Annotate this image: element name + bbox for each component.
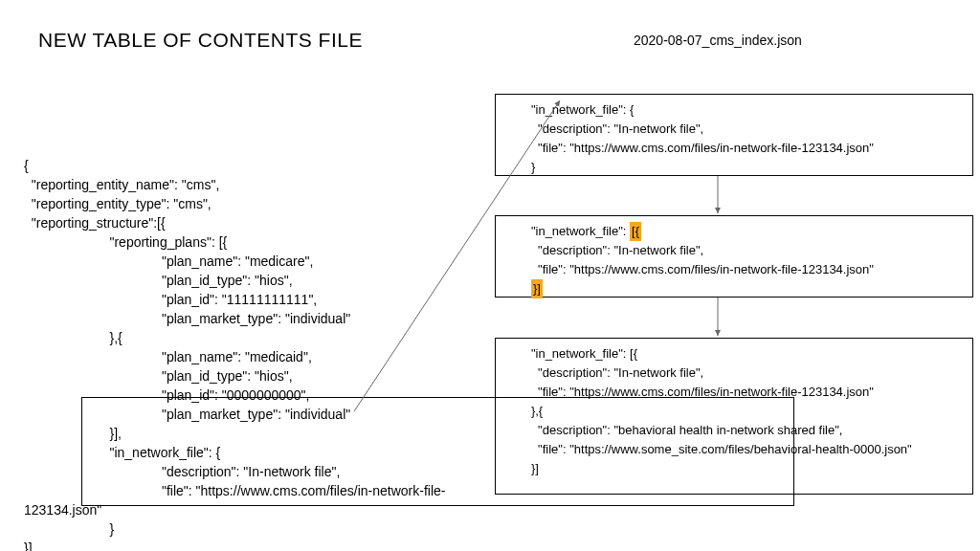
code-line: }] [24, 540, 33, 551]
box-line: "description": "In-network file", [503, 121, 703, 136]
code-line: "plan_market_type": "individual" [24, 311, 350, 326]
code-line: "plan_name": "medicaid", [24, 349, 312, 364]
box-line: "in_network_file": { [503, 102, 634, 117]
code-line: "plan_id_type": "hios", [24, 368, 293, 384]
highlight-open-bracket: [{ [630, 222, 641, 241]
box-line: "file": "https://www.some_site.com/files… [503, 442, 912, 456]
box-line: "description": "In-network file", [503, 365, 703, 380]
code-line: "plan_name": "medicare", [24, 253, 313, 269]
page-title: NEW TABLE OF CONTENTS FILE [38, 29, 363, 52]
box-line: },{ [503, 404, 543, 418]
code-line: "reporting_entity_type": "cms", [24, 196, 212, 211]
code-line: "reporting_structure":[{ [24, 215, 166, 231]
variant-box-array-multiple: "in_network_file": [{ "description": "In… [495, 338, 973, 495]
code-line: "plan_id_type": "hios", [24, 273, 293, 288]
box-line: }] [503, 461, 539, 475]
variant-box-single-object: "in_network_file": { "description": "In-… [495, 94, 973, 176]
box-line: "description": "In-network file", [503, 243, 703, 257]
box-line: "in_network_file": [{ [503, 224, 641, 238]
code-line: { [24, 158, 29, 173]
code-line: "reporting_plans": [{ [24, 234, 227, 250]
box-line: "file": "https://www.cms.com/files/in-ne… [503, 262, 874, 276]
box-line: } [503, 160, 535, 174]
code-line: } [24, 521, 114, 537]
box-line: "file": "https://www.cms.com/files/in-ne… [503, 141, 874, 155]
box-line: "description": "behavioral health in-net… [503, 423, 842, 437]
highlight-close-bracket: }] [531, 279, 543, 298]
code-line: "reporting_entity_name": "cms", [24, 177, 219, 192]
box-line: "file": "https://www.cms.com/files/in-ne… [503, 385, 874, 399]
box-line: "in_network_file": [{ [503, 346, 637, 361]
code-line: },{ [24, 330, 122, 345]
box-line: }] [503, 281, 543, 296]
code-line: "plan_id": "11111111111", [24, 292, 317, 307]
variant-box-array-single: "in_network_file": [{ "description": "In… [495, 215, 973, 298]
filename-label: 2020-08-07_cms_index.json [634, 33, 802, 48]
diagram-page: NEW TABLE OF CONTENTS FILE 2020-08-07_cm… [0, 0, 980, 551]
